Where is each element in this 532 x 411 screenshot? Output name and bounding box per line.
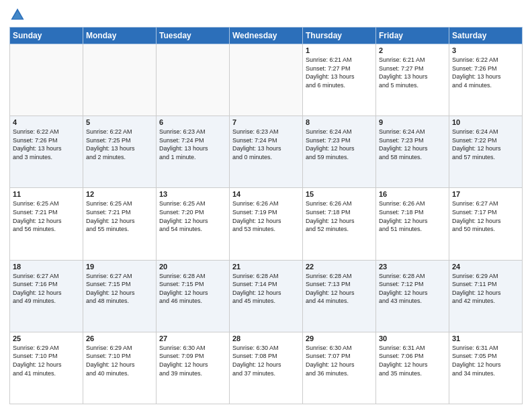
calendar-cell: 19Sunrise: 6:27 AM Sunset: 7:15 PM Dayli… xyxy=(83,260,157,332)
day-number: 2 xyxy=(379,46,446,54)
day-number: 28 xyxy=(232,334,300,342)
day-info: Sunrise: 6:27 AM Sunset: 7:17 PM Dayligh… xyxy=(452,199,519,233)
day-number: 31 xyxy=(452,334,519,342)
calendar: SundayMondayTuesdayWednesdayThursdayFrid… xyxy=(9,27,523,404)
calendar-cell: 31Sunrise: 6:31 AM Sunset: 7:05 PM Dayli… xyxy=(449,332,523,404)
day-of-week-wednesday: Wednesday xyxy=(230,28,303,44)
day-info: Sunrise: 6:30 AM Sunset: 7:09 PM Dayligh… xyxy=(159,344,226,377)
day-info: Sunrise: 6:24 AM Sunset: 7:23 PM Dayligh… xyxy=(306,128,373,161)
page: SundayMondayTuesdayWednesdayThursdayFrid… xyxy=(0,0,532,411)
day-info: Sunrise: 6:24 AM Sunset: 7:23 PM Dayligh… xyxy=(379,128,446,161)
calendar-cell: 13Sunrise: 6:25 AM Sunset: 7:20 PM Dayli… xyxy=(157,188,230,260)
day-number: 10 xyxy=(452,118,519,126)
day-info: Sunrise: 6:31 AM Sunset: 7:05 PM Dayligh… xyxy=(452,344,519,377)
calendar-cell: 30Sunrise: 6:31 AM Sunset: 7:06 PM Dayli… xyxy=(376,332,449,404)
calendar-cell xyxy=(10,44,83,116)
day-info: Sunrise: 6:25 AM Sunset: 7:21 PM Dayligh… xyxy=(86,199,153,233)
day-info: Sunrise: 6:25 AM Sunset: 7:21 PM Dayligh… xyxy=(13,199,80,233)
day-number: 23 xyxy=(379,263,446,271)
day-of-week-monday: Monday xyxy=(83,28,157,44)
day-info: Sunrise: 6:21 AM Sunset: 7:27 PM Dayligh… xyxy=(306,56,373,89)
calendar-cell: 23Sunrise: 6:28 AM Sunset: 7:12 PM Dayli… xyxy=(376,260,449,332)
day-info: Sunrise: 6:28 AM Sunset: 7:14 PM Dayligh… xyxy=(232,272,300,306)
day-number: 24 xyxy=(452,263,519,271)
calendar-cell: 7Sunrise: 6:23 AM Sunset: 7:24 PM Daylig… xyxy=(230,116,303,188)
calendar-cell: 21Sunrise: 6:28 AM Sunset: 7:14 PM Dayli… xyxy=(230,260,303,332)
logo-icon xyxy=(9,7,26,23)
day-info: Sunrise: 6:26 AM Sunset: 7:18 PM Dayligh… xyxy=(379,199,446,233)
day-number: 27 xyxy=(159,334,226,342)
calendar-cell: 14Sunrise: 6:26 AM Sunset: 7:19 PM Dayli… xyxy=(230,188,303,260)
calendar-cell: 16Sunrise: 6:26 AM Sunset: 7:18 PM Dayli… xyxy=(376,188,449,260)
day-info: Sunrise: 6:28 AM Sunset: 7:15 PM Dayligh… xyxy=(159,272,226,306)
calendar-cell: 22Sunrise: 6:28 AM Sunset: 7:13 PM Dayli… xyxy=(303,260,376,332)
day-info: Sunrise: 6:28 AM Sunset: 7:13 PM Dayligh… xyxy=(306,272,373,306)
calendar-cell xyxy=(157,44,230,116)
day-number: 6 xyxy=(159,118,226,126)
day-number: 4 xyxy=(13,118,80,126)
day-number: 15 xyxy=(306,190,373,198)
day-info: Sunrise: 6:27 AM Sunset: 7:16 PM Dayligh… xyxy=(13,272,80,306)
calendar-cell: 10Sunrise: 6:24 AM Sunset: 7:22 PM Dayli… xyxy=(449,116,523,188)
day-info: Sunrise: 6:23 AM Sunset: 7:24 PM Dayligh… xyxy=(232,128,300,161)
calendar-cell: 5Sunrise: 6:22 AM Sunset: 7:25 PM Daylig… xyxy=(83,116,157,188)
calendar-cell: 24Sunrise: 6:29 AM Sunset: 7:11 PM Dayli… xyxy=(449,260,523,332)
day-info: Sunrise: 6:21 AM Sunset: 7:27 PM Dayligh… xyxy=(379,56,446,89)
day-info: Sunrise: 6:25 AM Sunset: 7:20 PM Dayligh… xyxy=(159,199,226,233)
calendar-cell: 18Sunrise: 6:27 AM Sunset: 7:16 PM Dayli… xyxy=(10,260,83,332)
day-number: 9 xyxy=(379,118,446,126)
day-number: 11 xyxy=(13,190,80,198)
day-info: Sunrise: 6:30 AM Sunset: 7:07 PM Dayligh… xyxy=(306,344,373,377)
calendar-cell xyxy=(83,44,157,116)
header xyxy=(9,7,523,23)
day-number: 16 xyxy=(379,190,446,198)
calendar-cell xyxy=(230,44,303,116)
calendar-cell: 28Sunrise: 6:30 AM Sunset: 7:08 PM Dayli… xyxy=(230,332,303,404)
day-number: 26 xyxy=(86,334,153,342)
day-info: Sunrise: 6:30 AM Sunset: 7:08 PM Dayligh… xyxy=(232,344,300,377)
day-number: 17 xyxy=(452,190,519,198)
day-number: 29 xyxy=(306,334,373,342)
calendar-cell: 17Sunrise: 6:27 AM Sunset: 7:17 PM Dayli… xyxy=(449,188,523,260)
day-info: Sunrise: 6:22 AM Sunset: 7:25 PM Dayligh… xyxy=(86,128,153,161)
day-info: Sunrise: 6:28 AM Sunset: 7:12 PM Dayligh… xyxy=(379,272,446,306)
day-number: 19 xyxy=(86,263,153,271)
day-of-week-sunday: Sunday xyxy=(10,28,83,44)
day-info: Sunrise: 6:26 AM Sunset: 7:19 PM Dayligh… xyxy=(232,199,300,233)
day-info: Sunrise: 6:23 AM Sunset: 7:24 PM Dayligh… xyxy=(159,128,226,161)
calendar-cell: 1Sunrise: 6:21 AM Sunset: 7:27 PM Daylig… xyxy=(303,44,376,116)
day-info: Sunrise: 6:29 AM Sunset: 7:10 PM Dayligh… xyxy=(86,344,153,377)
calendar-cell: 12Sunrise: 6:25 AM Sunset: 7:21 PM Dayli… xyxy=(83,188,157,260)
day-info: Sunrise: 6:29 AM Sunset: 7:11 PM Dayligh… xyxy=(452,272,519,306)
day-of-week-thursday: Thursday xyxy=(303,28,376,44)
day-number: 18 xyxy=(13,263,80,271)
day-number: 30 xyxy=(379,334,446,342)
calendar-cell: 4Sunrise: 6:22 AM Sunset: 7:26 PM Daylig… xyxy=(10,116,83,188)
calendar-cell: 3Sunrise: 6:22 AM Sunset: 7:26 PM Daylig… xyxy=(449,44,523,116)
day-info: Sunrise: 6:31 AM Sunset: 7:06 PM Dayligh… xyxy=(379,344,446,377)
logo xyxy=(9,7,28,23)
calendar-cell: 26Sunrise: 6:29 AM Sunset: 7:10 PM Dayli… xyxy=(83,332,157,404)
day-number: 1 xyxy=(306,46,373,54)
day-of-week-tuesday: Tuesday xyxy=(157,28,230,44)
day-of-week-saturday: Saturday xyxy=(449,28,523,44)
day-of-week-friday: Friday xyxy=(376,28,449,44)
day-number: 22 xyxy=(306,263,373,271)
calendar-cell: 6Sunrise: 6:23 AM Sunset: 7:24 PM Daylig… xyxy=(157,116,230,188)
day-number: 14 xyxy=(232,190,300,198)
day-number: 25 xyxy=(13,334,80,342)
calendar-cell: 8Sunrise: 6:24 AM Sunset: 7:23 PM Daylig… xyxy=(303,116,376,188)
day-info: Sunrise: 6:29 AM Sunset: 7:10 PM Dayligh… xyxy=(13,344,80,377)
calendar-cell: 11Sunrise: 6:25 AM Sunset: 7:21 PM Dayli… xyxy=(10,188,83,260)
day-number: 20 xyxy=(159,263,226,271)
day-info: Sunrise: 6:22 AM Sunset: 7:26 PM Dayligh… xyxy=(452,56,519,89)
day-info: Sunrise: 6:26 AM Sunset: 7:18 PM Dayligh… xyxy=(306,199,373,233)
calendar-cell: 15Sunrise: 6:26 AM Sunset: 7:18 PM Dayli… xyxy=(303,188,376,260)
calendar-cell: 27Sunrise: 6:30 AM Sunset: 7:09 PM Dayli… xyxy=(157,332,230,404)
day-info: Sunrise: 6:22 AM Sunset: 7:26 PM Dayligh… xyxy=(13,128,80,161)
day-number: 7 xyxy=(232,118,300,126)
day-number: 21 xyxy=(232,263,300,271)
day-info: Sunrise: 6:24 AM Sunset: 7:22 PM Dayligh… xyxy=(452,128,519,161)
calendar-cell: 25Sunrise: 6:29 AM Sunset: 7:10 PM Dayli… xyxy=(10,332,83,404)
day-number: 13 xyxy=(159,190,226,198)
